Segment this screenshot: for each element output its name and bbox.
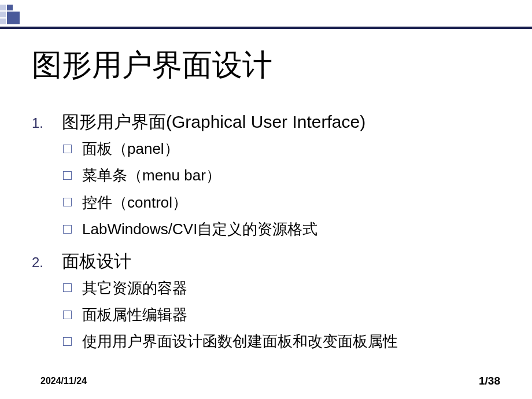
sub-item: 面板属性编辑器	[63, 304, 506, 325]
item-text: 图形用户界面(Graphical User Interface)	[62, 109, 365, 135]
checkbox-icon	[63, 171, 72, 180]
list-item: 1. 图形用户界面(Graphical User Interface)	[32, 109, 506, 135]
sub-item: 面板（panel）	[63, 138, 506, 159]
checkbox-icon	[63, 337, 72, 346]
item-text: 面板设计	[62, 248, 131, 274]
checkbox-icon	[63, 311, 72, 319]
sub-item: 其它资源的容器	[63, 278, 506, 298]
sub-item-text: LabWindows/CVI自定义的资源格式	[82, 219, 317, 239]
item-number: 2.	[32, 254, 62, 271]
footer: 2024/11/24 1/38	[0, 375, 532, 387]
checkbox-icon	[63, 198, 72, 206]
item-number: 1.	[32, 115, 62, 131]
sub-item: LabWindows/CVI自定义的资源格式	[63, 219, 506, 239]
sub-item-text: 使用用户界面设计函数创建面板和改变面板属性	[82, 331, 398, 352]
list-item: 2. 面板设计	[32, 248, 506, 274]
sub-item: 使用用户界面设计函数创建面板和改变面板属性	[63, 331, 506, 352]
sub-item: 控件（control）	[63, 192, 506, 213]
header-decoration	[0, 5, 23, 27]
sub-item-text: 控件（control）	[82, 192, 187, 213]
sub-item-text: 其它资源的容器	[82, 278, 187, 298]
checkbox-icon	[63, 283, 72, 292]
checkbox-icon	[63, 145, 72, 153]
slide-title: 图形用户界面设计	[32, 45, 272, 86]
header-divider	[0, 27, 532, 29]
page-number: 1/38	[479, 375, 500, 387]
checkbox-icon	[63, 225, 72, 234]
sub-list: 面板（panel） 菜单条（menu bar） 控件（control） LabW…	[63, 138, 506, 240]
sub-item-text: 菜单条（menu bar）	[82, 165, 221, 186]
sub-item: 菜单条（menu bar）	[63, 165, 506, 186]
sub-item-text: 面板属性编辑器	[82, 304, 187, 325]
sub-list: 其它资源的容器 面板属性编辑器 使用用户界面设计函数创建面板和改变面板属性	[63, 278, 506, 352]
footer-date: 2024/11/24	[40, 376, 87, 386]
sub-item-text: 面板（panel）	[82, 138, 179, 159]
content-area: 1. 图形用户界面(Graphical User Interface) 面板（p…	[32, 109, 506, 360]
